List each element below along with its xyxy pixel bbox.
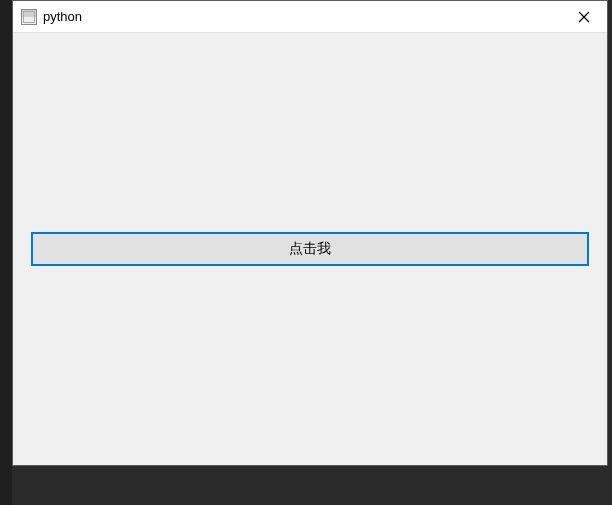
close-button[interactable] bbox=[561, 1, 607, 33]
window-title: python bbox=[43, 9, 82, 24]
application-window: python 点击我 bbox=[12, 0, 608, 466]
click-me-button[interactable]: 点击我 bbox=[31, 232, 589, 266]
app-icon bbox=[21, 9, 37, 25]
titlebar[interactable]: python bbox=[13, 1, 607, 33]
close-icon bbox=[578, 11, 590, 23]
client-area: 点击我 bbox=[13, 33, 607, 465]
background-strip bbox=[0, 0, 12, 505]
